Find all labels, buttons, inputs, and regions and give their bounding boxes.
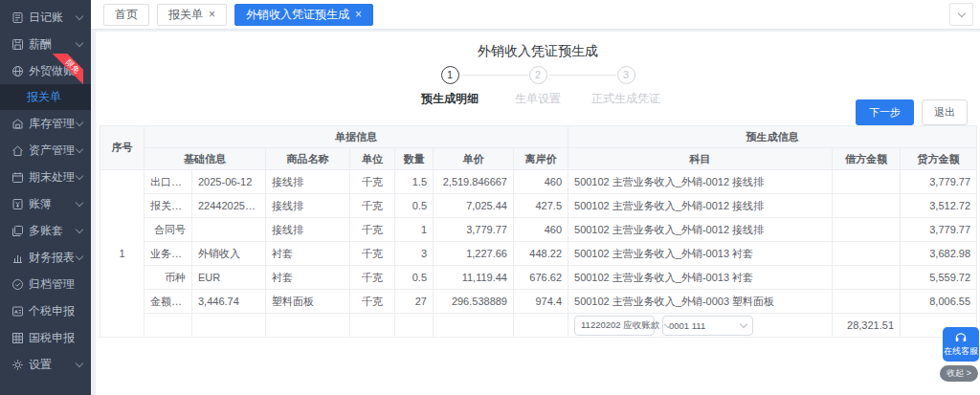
col-header-unit: 单位 [350, 148, 395, 170]
cell-fob-price [514, 314, 568, 338]
sidebar-item-label: 个税申报 [29, 303, 82, 319]
cell-credit: 3,779.77 [901, 218, 977, 242]
headset-icon [954, 331, 968, 344]
cell-base-value: 22442025000873... [192, 194, 266, 218]
tab-overflow-button[interactable] [949, 3, 973, 26]
cell-subject-selects: 11220202 应收账款0001 111 [568, 314, 833, 338]
cell-base-value: 3,446.74 [192, 290, 266, 314]
cell-credit: 3,682.98 [901, 242, 977, 266]
sidebar-item-label: 薪酬 [29, 36, 77, 53]
cell-subject: 500102 主营业务收入_外销-0003 塑料面板 [568, 290, 833, 314]
sidebar-item[interactable]: 外贸做账限免 [0, 57, 91, 84]
report-icon [11, 252, 24, 264]
sidebar-item[interactable]: 账簿 [0, 190, 91, 217]
table-row: 币种EUR衬套千克0.511,119.44676.62500102 主营业务收入… [100, 266, 977, 290]
step-3: 3 正式生成凭证 [564, 66, 688, 107]
cell-product-name: 塑料面板 [266, 290, 350, 314]
step-circle-1: 1 [441, 66, 459, 84]
table-footer-row: 11220202 应收账款0001 11128,321.51 [100, 314, 977, 338]
cell-debit [833, 194, 901, 218]
voucher-table: 序号 单据信息 预生成信息 基础信息 商品名称 单位 数量 单价 离岸价 科目 … [100, 125, 977, 338]
cell-base-value: 2025-06-12 [192, 170, 266, 194]
sidebar-item[interactable]: 归档管理 [0, 271, 91, 297]
cell-product-name: 接线排 [266, 194, 350, 218]
sidebar-item[interactable]: 日记账 [0, 4, 91, 31]
sidebar-item-label: 国税申报 [29, 330, 82, 346]
cell-subject: 500102 主营业务收入_外销-0012 接线排 [568, 194, 833, 218]
cell-unit [350, 314, 395, 338]
sidebar-item-label: 多账套 [29, 223, 77, 239]
cell-unit: 千克 [350, 266, 395, 290]
cell-base-value [192, 314, 266, 338]
close-icon[interactable]: × [355, 9, 362, 20]
receivable-account-select[interactable]: 11220202 应收账款 [574, 316, 655, 336]
sidebar-item-label: 账簿 [29, 196, 77, 212]
chevron-down-icon [76, 171, 83, 179]
cell-unit: 千克 [350, 242, 395, 266]
cell-base-value [192, 218, 266, 242]
cell-fob-price: 676.62 [514, 266, 568, 290]
sidebar-item-label: 归档管理 [29, 276, 82, 293]
cell-base-label: 报关单号 [145, 194, 192, 218]
cell-debit-total: 28,321.51 [833, 314, 901, 338]
sidebar: 日记账薪酬外贸做账限免报关单库存管理资产管理期末处理账簿多账套财务报表归档管理个… [0, 0, 91, 395]
sidebar-item-label: 期末处理 [29, 169, 77, 186]
sidebar-item-label: 财务报表 [29, 250, 77, 266]
cell-credit: 3,512.72 [901, 194, 977, 218]
cell-base-value: 外销收入 [192, 242, 266, 266]
sidebar-item[interactable]: 库存管理 [0, 110, 91, 137]
sidebar-item[interactable]: 个税申报 [0, 297, 91, 324]
cell-base-label: 金额合计 [145, 290, 192, 314]
inventory-icon [11, 118, 24, 130]
table-row: 合同号接线排千克13,779.77460500102 主营业务收入_外销-001… [100, 218, 977, 242]
col-header-quantity: 数量 [395, 148, 434, 170]
next-step-button[interactable]: 下一步 [856, 99, 914, 125]
sidebar-item[interactable]: 期末处理 [0, 164, 91, 190]
close-icon[interactable]: × [209, 9, 215, 20]
cell-debit [833, 266, 901, 290]
col-header-fob: 离岸价 [514, 148, 568, 170]
sidebar-item[interactable]: 多账套 [0, 217, 91, 244]
foreign-trade-icon [11, 65, 24, 77]
col-header-seq: 序号 [100, 126, 145, 170]
sidebar-item-label: 库存管理 [29, 116, 77, 132]
sidebar-subitem-active[interactable]: 报关单 [0, 84, 91, 110]
collapse-button[interactable]: 收起 > [940, 365, 978, 382]
chevron-down-icon [76, 118, 83, 125]
period-end-icon [11, 171, 24, 184]
sidebar-item[interactable]: 资产管理 [0, 137, 91, 164]
tab[interactable]: 报关单× [157, 4, 227, 26]
sidebar-item[interactable]: 薪酬 [0, 31, 91, 57]
step-wizard: 1 预生成明细 2 生单设置 3 正式生成凭证 [356, 66, 720, 114]
col-header-base-info: 基础信息 [145, 148, 266, 170]
cell-quantity: 0.5 [395, 194, 434, 218]
tab[interactable]: 首页 [103, 4, 149, 26]
cell-debit [833, 290, 901, 314]
cell-unit-price: 3,779.77 [434, 218, 514, 242]
customer-select[interactable]: 0001 111 [662, 316, 753, 336]
select-value: 11220202 应收账款 [581, 319, 659, 332]
national-tax-icon [11, 332, 24, 344]
sidebar-item[interactable]: 设置 [0, 351, 91, 378]
step-label-3: 正式生成凭证 [564, 91, 688, 107]
exit-button[interactable]: 退出 [922, 99, 968, 125]
cell-base-label: 币种 [145, 266, 192, 290]
online-service-label: 在线客服 [944, 345, 978, 358]
tab-label: 首页 [115, 7, 138, 23]
cell-unit: 千克 [350, 194, 395, 218]
sidebar-item[interactable]: 财务报表 [0, 244, 91, 271]
tab-label: 报关单 [168, 7, 203, 23]
cell-credit: 8,006.55 [901, 290, 977, 314]
online-service-button[interactable]: 在线客服 [943, 327, 979, 362]
cell-quantity: 1.5 [395, 170, 434, 194]
cell-unit: 千克 [350, 218, 395, 242]
page-title: 外销收入凭证预生成 [96, 43, 980, 60]
cell-seq: 1 [100, 170, 145, 338]
cell-product-name: 衬套 [266, 242, 350, 266]
sidebar-item[interactable]: 国税申报 [0, 324, 91, 351]
chevron-down-icon [740, 319, 747, 327]
sidebar-item-label: 外贸做账 [29, 63, 77, 79]
cell-credit: 3,779.77 [901, 170, 977, 194]
tab-label: 外销收入凭证预生成 [246, 7, 349, 23]
tab-active[interactable]: 外销收入凭证预生成× [234, 4, 373, 26]
